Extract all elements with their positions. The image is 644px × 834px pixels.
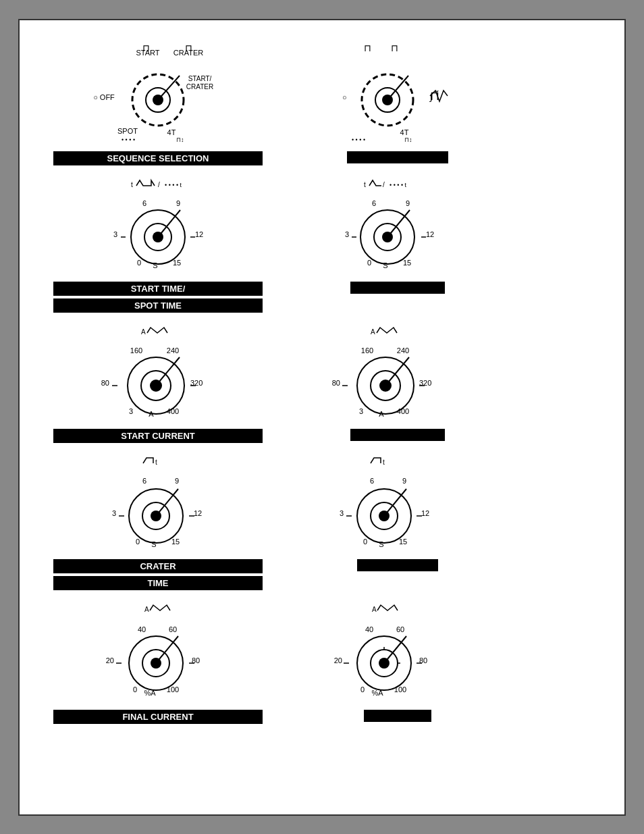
svg-text:160: 160	[130, 346, 142, 355]
svg-text:⊓: ⊓	[142, 43, 150, 53]
svg-text:60: 60	[169, 625, 177, 633]
svg-text:12: 12	[421, 509, 429, 517]
svg-text:15: 15	[403, 259, 411, 267]
start-time-dial-left: t / • • • • t 6 9 3 12 0 S 15	[90, 178, 225, 279]
svg-text:S: S	[151, 540, 156, 548]
crater-time-right: t 6 9 3 12 0 S 15	[303, 455, 492, 571]
svg-text:3: 3	[113, 230, 117, 238]
start-time-left: t / • • • • t 6 9 3 12 0 S 15	[53, 178, 263, 313]
svg-text:6: 6	[142, 199, 146, 207]
svg-text:4T: 4T	[167, 128, 176, 136]
svg-text:15: 15	[399, 538, 407, 546]
svg-text:0: 0	[136, 538, 140, 546]
svg-text:9: 9	[175, 477, 179, 485]
start-time-right-bar	[350, 282, 445, 294]
sequence-selection-label: SEQUENCE SELECTION	[53, 151, 263, 165]
svg-text:A: A	[372, 606, 377, 613]
svg-text:○ OFF: ○ OFF	[93, 93, 115, 101]
svg-text:3: 3	[359, 407, 363, 415]
svg-text:0: 0	[137, 259, 141, 267]
svg-text:3: 3	[112, 509, 116, 517]
svg-text:t: t	[131, 181, 133, 188]
svg-text:3: 3	[345, 230, 349, 238]
sequence-selection-section: START CRATER START/ CRATER ○ OFF SPOT 4T…	[47, 41, 597, 165]
crater-time-right-bar	[357, 559, 438, 571]
crater-time-dial-right: t 6 9 3 12 0 S 15	[330, 455, 465, 556]
crater-time-label2: TIME	[53, 576, 263, 590]
svg-text:/: /	[383, 181, 385, 188]
svg-text:S: S	[383, 261, 387, 269]
svg-text:20: 20	[334, 656, 342, 664]
crater-time-section: t 6 9 3 12 0 S 15 CRATER T	[47, 455, 597, 590]
svg-text:3: 3	[129, 407, 133, 415]
sequence-dial-right: ⊓ ⊓ ○ 4T • • • • ⊓↕ ⊓̃ ∫	[330, 41, 465, 149]
svg-text:4T: 4T	[400, 128, 409, 136]
svg-text:15: 15	[171, 538, 180, 546]
svg-text:⊓↕: ⊓↕	[404, 136, 412, 143]
svg-text:12: 12	[195, 230, 203, 238]
start-time-label: START TIME/	[53, 282, 263, 296]
svg-text:40: 40	[365, 625, 373, 633]
svg-text:100: 100	[394, 685, 406, 694]
svg-text:0: 0	[360, 685, 365, 694]
svg-text:• • • • t: • • • • t	[390, 182, 407, 188]
svg-text:S: S	[153, 261, 157, 269]
start-current-right-bar	[350, 429, 445, 441]
svg-text:60: 60	[396, 625, 404, 633]
crater-time-label: CRATER	[53, 559, 263, 573]
svg-text:0: 0	[133, 685, 137, 694]
svg-text:80: 80	[332, 379, 340, 387]
svg-text:40: 40	[138, 625, 146, 633]
svg-text:3: 3	[340, 509, 344, 517]
svg-text:• • • •: • • • •	[352, 136, 365, 143]
svg-text:A: A	[371, 328, 375, 336]
svg-text:0: 0	[367, 259, 371, 267]
final-current-section: A 40 60 20 80 0 %A 100	[47, 602, 597, 724]
svg-text:9: 9	[402, 477, 406, 485]
svg-text:80: 80	[101, 379, 109, 387]
start-time-dial-right: t / • • • • t 6 9 3 12 0 S 15	[330, 178, 465, 279]
svg-text:• • • •: • • • •	[122, 136, 135, 143]
final-current-label: FINAL CURRENT	[53, 710, 263, 724]
final-current-right: A 40 60 20 80 0 %A 100	[303, 602, 492, 722]
svg-text:○: ○	[342, 93, 347, 101]
crater-time-left: t 6 9 3 12 0 S 15 CRATER T	[53, 455, 263, 590]
svg-text:12: 12	[426, 230, 434, 238]
svg-text:SPOT: SPOT	[117, 127, 138, 135]
svg-text:12: 12	[194, 509, 202, 517]
sequence-left: START CRATER START/ CRATER ○ OFF SPOT 4T…	[53, 41, 263, 165]
start-time-right: t / • • • • t 6 9 3 12 0 S 15	[303, 178, 492, 294]
svg-text:START/: START/	[188, 75, 212, 82]
spot-time-label: SPOT TIME	[53, 298, 263, 313]
start-current-left: A 160 240 80 320 3 A 400	[53, 325, 263, 443]
svg-text:t: t	[364, 181, 366, 188]
svg-text:⊓↕: ⊓↕	[176, 136, 184, 143]
sequence-dial-left: START CRATER START/ CRATER ○ OFF SPOT 4T…	[90, 41, 225, 149]
svg-text:• • • • t: • • • • t	[165, 182, 182, 188]
svg-text:0: 0	[363, 538, 367, 546]
final-current-dial-left: A 40 60 20 80 0 %A 100	[90, 602, 225, 707]
svg-text:⊓: ⊓	[391, 43, 398, 53]
final-current-dial-right: A 40 60 20 80 0 %A 100	[330, 602, 465, 707]
svg-text:S: S	[379, 540, 383, 548]
svg-text:6: 6	[142, 477, 146, 485]
final-current-left: A 40 60 20 80 0 %A 100	[53, 602, 263, 724]
start-time-section: t / • • • • t 6 9 3 12 0 S 15	[47, 178, 597, 313]
main-page: START CRATER START/ CRATER ○ OFF SPOT 4T…	[18, 19, 626, 816]
svg-text:⊓: ⊓	[364, 43, 371, 53]
svg-text:15: 15	[173, 259, 181, 267]
svg-text:9: 9	[176, 199, 180, 207]
svg-text:240: 240	[167, 346, 179, 355]
svg-text:9: 9	[406, 199, 410, 207]
svg-text:A: A	[144, 606, 149, 613]
svg-text:6: 6	[370, 477, 374, 485]
svg-text:20: 20	[106, 656, 114, 664]
svg-text:/: /	[158, 181, 160, 188]
sequence-right-bar	[347, 151, 448, 163]
svg-text:⊓: ⊓	[185, 43, 192, 53]
crater-time-dial-left: t 6 9 3 12 0 S 15	[90, 455, 225, 556]
start-current-section: A 160 240 80 320 3 A 400	[47, 325, 597, 443]
svg-text:A: A	[141, 328, 146, 336]
svg-text:6: 6	[372, 199, 376, 207]
sequence-right: ⊓ ⊓ ○ 4T • • • • ⊓↕ ⊓̃ ∫	[303, 41, 492, 163]
